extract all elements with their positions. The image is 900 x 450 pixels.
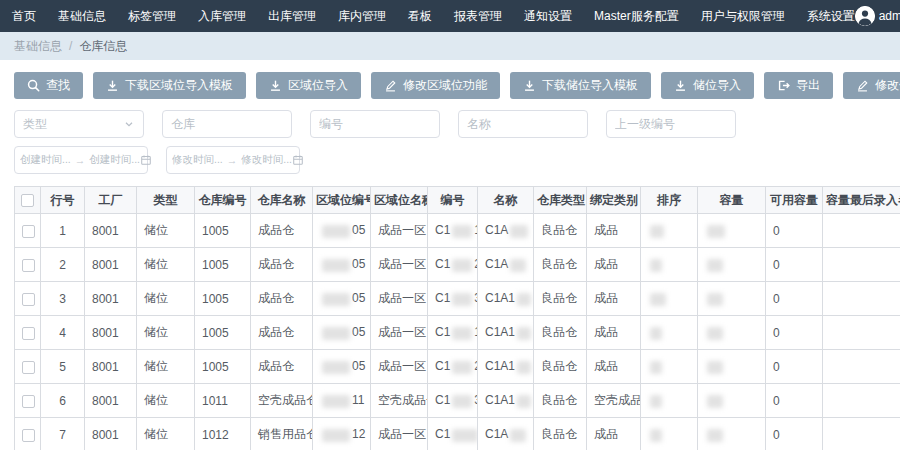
row-checkbox[interactable] — [22, 429, 35, 442]
table-row[interactable]: 78001储位1012销售用品仓12成品一区C1C1A良品仓成品0 — [15, 418, 900, 450]
table-cell: 05 — [313, 214, 371, 248]
nav-item-10[interactable]: 用户与权限管理 — [701, 8, 785, 25]
nav-item-1[interactable]: 基础信息 — [58, 8, 106, 25]
button-label: 区域位导入 — [288, 77, 348, 94]
avatar — [855, 6, 875, 26]
range-start-placeholder: 修改时间... — [172, 153, 223, 167]
calendar-icon — [140, 154, 152, 166]
table-cell: 05 — [313, 248, 371, 282]
nav-item-2[interactable]: 标签管理 — [128, 8, 176, 25]
redacted-value — [707, 395, 723, 408]
range-end-placeholder: 修改时间... — [241, 153, 292, 167]
table-cell: 成品 — [587, 282, 641, 316]
modify-time-range[interactable]: 修改时间...→修改时间... — [166, 146, 300, 174]
breadcrumb-item-parent[interactable]: 基础信息 — [14, 38, 62, 55]
row-checkbox[interactable] — [22, 327, 35, 340]
table-cell: 7 — [41, 418, 85, 450]
button-label: 查找 — [46, 77, 70, 94]
redacted-value — [650, 429, 662, 442]
redacted-value — [650, 293, 666, 306]
table-cell: 成品一区 — [371, 316, 428, 350]
redacted-value — [510, 259, 526, 272]
table-cell: 成品仓 — [251, 248, 313, 282]
type-select[interactable]: 类型 — [14, 110, 144, 138]
nav-item-3[interactable]: 入库管理 — [198, 8, 246, 25]
table-cell: 1005 — [195, 282, 251, 316]
table-row[interactable]: 58001储位1005成品仓05成品一区C12C1A1良品仓成品0 — [15, 350, 900, 384]
row-checkbox-cell — [15, 418, 41, 450]
row-checkbox[interactable] — [22, 293, 35, 306]
range-end-placeholder: 创建时间... — [89, 153, 140, 167]
top-nav: 首页基础信息标签管理入库管理出库管理库内管理看板报表管理通知设置Master服务… — [0, 0, 900, 32]
nav-item-6[interactable]: 看板 — [408, 8, 432, 25]
filter-placeholder: 上一级编号 — [615, 116, 727, 133]
redacted-value — [322, 225, 350, 238]
col-header-0: 行号 — [41, 187, 85, 214]
nav-item-0[interactable]: 首页 — [12, 8, 36, 25]
code-input[interactable]: 编号 — [310, 110, 440, 138]
modify-bin-button[interactable]: 修改储位功能 — [843, 72, 900, 99]
warehouse-input[interactable]: 仓库 — [162, 110, 292, 138]
table-row[interactable]: 28001储位1005成品仓05成品一区C12C1A良品仓成品0 — [15, 248, 900, 282]
breadcrumb-item-current: 仓库信息 — [79, 38, 127, 55]
download-area-template-button[interactable]: 下载区域位导入模板 — [93, 72, 246, 99]
table-cell: C1A1 — [478, 384, 534, 418]
search-icon — [27, 79, 40, 92]
table-cell: C13 — [428, 384, 478, 418]
table-cell — [641, 418, 698, 450]
row-checkbox[interactable] — [22, 395, 35, 408]
table-cell — [641, 316, 698, 350]
redacted-value — [650, 327, 662, 340]
table-cell: 0 — [766, 214, 823, 248]
table-row[interactable]: 48001储位1005成品仓05成品一区C11C1A1良品仓成品0 — [15, 316, 900, 350]
table-cell: C13 — [428, 282, 478, 316]
table-cell: 1012 — [195, 418, 251, 450]
modify-area-button[interactable]: 修改区域位功能 — [371, 72, 500, 99]
user-name: admin — [879, 9, 900, 23]
button-label: 下载储位导入模板 — [542, 77, 638, 94]
nav-item-8[interactable]: 通知设置 — [524, 8, 572, 25]
nav-item-5[interactable]: 库内管理 — [338, 8, 386, 25]
name-input[interactable]: 名称 — [458, 110, 588, 138]
header-checkbox-cell — [15, 187, 41, 214]
redacted-value — [452, 259, 472, 272]
parent-code-input[interactable]: 上一级编号 — [606, 110, 736, 138]
area-import-button[interactable]: 区域位导入 — [256, 72, 361, 99]
find-button[interactable]: 查找 — [14, 72, 83, 99]
col-header-10: 绑定类别 — [587, 187, 641, 214]
nav-item-7[interactable]: 报表管理 — [454, 8, 502, 25]
redacted-value — [322, 327, 350, 340]
nav-item-4[interactable]: 出库管理 — [268, 8, 316, 25]
nav-item-9[interactable]: Master服务配置 — [594, 8, 679, 25]
col-header-9: 仓库类型 — [534, 187, 587, 214]
table-cell: 6 — [41, 384, 85, 418]
export-button[interactable]: 导出 — [764, 72, 833, 99]
redacted-value — [452, 361, 472, 374]
user-menu[interactable]: admin — [855, 6, 900, 26]
edit-icon — [856, 79, 869, 92]
download-bin-template-button[interactable]: 下载储位导入模板 — [510, 72, 651, 99]
row-checkbox[interactable] — [22, 361, 35, 374]
table-cell: 成品仓 — [251, 350, 313, 384]
table-row[interactable]: 68001储位1011空壳成品仓11空壳成品一区C13C1A1良品仓空壳成品0 — [15, 384, 900, 418]
col-header-3: 仓库编号 — [195, 187, 251, 214]
row-checkbox[interactable] — [22, 225, 35, 238]
table-cell: 05 — [313, 282, 371, 316]
row-checkbox[interactable] — [22, 259, 35, 272]
table-row[interactable]: 38001储位1005成品仓05成品一区C13C1A1良品仓成品0 — [15, 282, 900, 316]
nav-item-11[interactable]: 系统设置 — [807, 8, 855, 25]
range-arrow-icon: → — [227, 154, 238, 166]
button-label: 下载区域位导入模板 — [125, 77, 233, 94]
table-row[interactable]: 18001储位1005成品仓05成品一区C11C1A良品仓成品0 — [15, 214, 900, 248]
redacted-value — [452, 429, 477, 442]
table-cell: 良品仓 — [534, 316, 587, 350]
create-time-range[interactable]: 创建时间...→创建时间... — [14, 146, 148, 174]
redacted-value — [322, 429, 350, 442]
table-cell — [641, 384, 698, 418]
bin-import-button[interactable]: 储位导入 — [661, 72, 754, 99]
table-cell — [698, 214, 766, 248]
redacted-value — [707, 293, 723, 306]
select-all-checkbox[interactable] — [21, 194, 34, 207]
table-cell: 成品一区 — [371, 282, 428, 316]
range-arrow-icon: → — [75, 154, 86, 166]
